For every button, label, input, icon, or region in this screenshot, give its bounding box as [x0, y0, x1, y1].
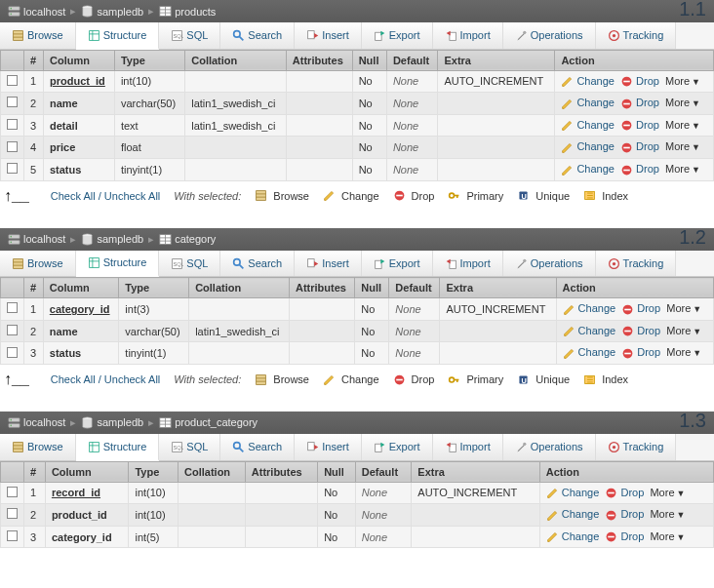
- row-checkbox[interactable]: [7, 119, 18, 130]
- bc-server[interactable]: localhost: [8, 232, 65, 246]
- bc-db[interactable]: sampledb: [81, 5, 143, 19]
- drop-link[interactable]: Drop: [636, 140, 659, 152]
- change-link[interactable]: Change: [562, 508, 600, 520]
- more-link[interactable]: More▼: [665, 75, 700, 87]
- tab-insert[interactable]: Insert: [295, 22, 362, 49]
- drop-link[interactable]: Drop: [636, 97, 659, 108]
- bc-table[interactable]: product_category: [159, 416, 258, 430]
- tab-operations[interactable]: Operations: [503, 251, 596, 277]
- tab-sql[interactable]: SQLSQL: [159, 251, 220, 277]
- change-link[interactable]: Change: [576, 75, 615, 87]
- change-link[interactable]: Change: [576, 119, 615, 131]
- footer-browse[interactable]: Browse: [255, 372, 309, 386]
- bc-server[interactable]: localhost: [8, 416, 65, 430]
- tab-browse[interactable]: Browse: [0, 22, 76, 49]
- change-link[interactable]: Change: [562, 530, 600, 542]
- row-checkbox[interactable]: [7, 302, 18, 313]
- col-type: int(10): [129, 482, 178, 504]
- tab-search[interactable]: Search: [220, 251, 295, 277]
- row-checkbox[interactable]: [7, 163, 18, 174]
- more-link[interactable]: More▼: [665, 119, 700, 131]
- more-link[interactable]: More▼: [666, 302, 701, 314]
- change-link[interactable]: Change: [562, 487, 600, 498]
- footer-primary[interactable]: Primary: [448, 189, 503, 203]
- row-checkbox[interactable]: [7, 325, 18, 335]
- drop-link[interactable]: Drop: [636, 119, 659, 131]
- footer-browse[interactable]: Browse: [255, 189, 309, 203]
- tab-import[interactable]: Import: [433, 251, 503, 277]
- tab-import[interactable]: Import: [433, 434, 503, 460]
- check-all-link[interactable]: Check All / Uncheck All: [51, 373, 161, 385]
- tab-operations[interactable]: Operations: [503, 434, 596, 460]
- bc-table[interactable]: category: [159, 232, 216, 246]
- bc-db[interactable]: sampledb: [81, 416, 143, 430]
- tab-insert[interactable]: Insert: [295, 434, 362, 460]
- row-checkbox[interactable]: [7, 508, 18, 519]
- bc-db[interactable]: sampledb: [81, 232, 143, 246]
- footer-unique[interactable]: UUnique: [517, 189, 570, 203]
- footer-change[interactable]: Change: [323, 372, 379, 386]
- drop-link[interactable]: Drop: [637, 302, 660, 314]
- version-label: 1.3: [679, 410, 706, 432]
- tab-operations[interactable]: Operations: [503, 22, 596, 49]
- drop-link[interactable]: Drop: [636, 75, 659, 87]
- more-link[interactable]: More▼: [650, 487, 685, 498]
- row-checkbox[interactable]: [7, 347, 18, 358]
- th-attributes: Attributes: [286, 50, 352, 70]
- tab-tracking[interactable]: Tracking: [596, 251, 677, 277]
- more-link[interactable]: More▼: [666, 325, 701, 336]
- change-link[interactable]: Change: [576, 163, 615, 175]
- tab-browse[interactable]: Browse: [0, 251, 76, 277]
- more-link[interactable]: More▼: [665, 163, 700, 175]
- row-checkbox[interactable]: [7, 75, 18, 86]
- tab-insert[interactable]: Insert: [295, 251, 362, 277]
- row-checkbox[interactable]: [7, 97, 18, 107]
- change-link[interactable]: Change: [578, 325, 616, 336]
- more-link[interactable]: More▼: [665, 140, 700, 152]
- footer-index[interactable]: Index: [583, 372, 628, 386]
- tab-sql[interactable]: SQLSQL: [159, 22, 220, 49]
- tab-browse[interactable]: Browse: [0, 434, 76, 460]
- tab-export[interactable]: Export: [362, 251, 433, 277]
- col-def: None: [355, 526, 412, 548]
- drop-link[interactable]: Drop: [636, 163, 659, 175]
- footer-drop[interactable]: Drop: [393, 189, 435, 203]
- tab-export[interactable]: Export: [362, 22, 433, 49]
- footer-change[interactable]: Change: [323, 189, 379, 203]
- footer-primary[interactable]: Primary: [448, 372, 503, 386]
- more-link[interactable]: More▼: [666, 346, 701, 358]
- drop-link[interactable]: Drop: [637, 325, 660, 336]
- svg-point-52: [10, 241, 12, 243]
- tab-search[interactable]: Search: [220, 22, 295, 49]
- drop-link[interactable]: Drop: [620, 508, 644, 520]
- server-icon: [8, 5, 23, 19]
- footer-unique[interactable]: UUnique: [517, 372, 570, 386]
- drop-link[interactable]: Drop: [620, 487, 644, 498]
- tab-tracking[interactable]: Tracking: [596, 434, 677, 460]
- tab-export[interactable]: Export: [362, 434, 433, 460]
- change-link[interactable]: Change: [578, 346, 616, 358]
- change-link[interactable]: Change: [578, 302, 616, 314]
- tab-sql[interactable]: SQLSQL: [159, 434, 220, 460]
- more-link[interactable]: More▼: [650, 530, 685, 542]
- tab-tracking[interactable]: Tracking: [596, 22, 677, 49]
- drop-link[interactable]: Drop: [637, 346, 660, 358]
- more-link[interactable]: More▼: [650, 508, 685, 520]
- tab-structure[interactable]: Structure: [76, 251, 160, 278]
- tab-import[interactable]: Import: [433, 22, 503, 49]
- row-checkbox[interactable]: [7, 530, 18, 541]
- footer-index[interactable]: Index: [583, 189, 628, 203]
- check-all-link[interactable]: Check All / Uncheck All: [51, 190, 161, 202]
- tab-search[interactable]: Search: [220, 434, 295, 460]
- bc-server[interactable]: localhost: [8, 5, 65, 19]
- more-link[interactable]: More▼: [665, 97, 700, 108]
- change-link[interactable]: Change: [576, 140, 615, 152]
- row-checkbox[interactable]: [7, 141, 18, 152]
- change-link[interactable]: Change: [576, 97, 615, 108]
- tab-structure[interactable]: Structure: [76, 434, 160, 461]
- drop-link[interactable]: Drop: [620, 530, 644, 542]
- bc-table[interactable]: products: [159, 5, 216, 19]
- row-checkbox[interactable]: [7, 487, 18, 497]
- tab-structure[interactable]: Structure: [76, 22, 160, 50]
- footer-drop[interactable]: Drop: [393, 372, 435, 386]
